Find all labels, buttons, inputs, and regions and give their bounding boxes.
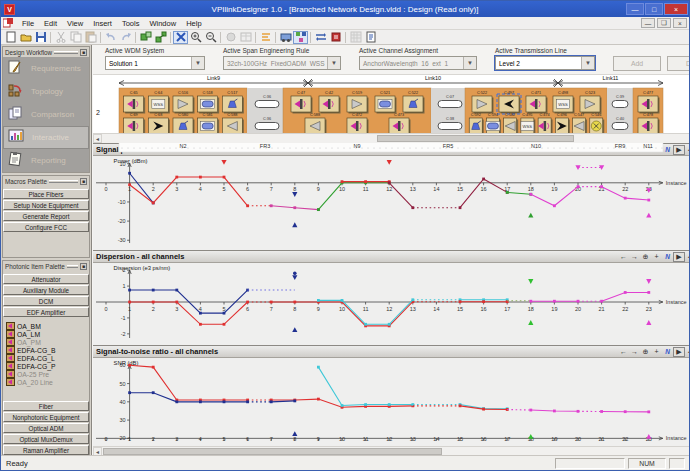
scroll-left-icon[interactable]: ◄ <box>93 134 102 143</box>
palette-button-optical-muxdemux[interactable]: Optical MuxDemux <box>3 434 89 444</box>
design-workflow-header[interactable]: Design Workflow ■ <box>3 47 89 57</box>
menu-edit[interactable]: Edit <box>39 18 62 29</box>
palette-button-setup-node-equipment[interactable]: Setup Node Equipment <box>3 200 89 210</box>
palette-button-raman-amplifier[interactable]: Raman Amplifier <box>3 445 89 455</box>
chevron-down-icon[interactable]: ▼ <box>327 57 340 69</box>
minimize-icon[interactable]: — <box>626 3 644 15</box>
menu-help[interactable]: Help <box>181 18 206 29</box>
sidebar-item-requirements[interactable]: Requirements <box>3 57 89 80</box>
fiber-component[interactable] <box>612 100 628 107</box>
menu-view[interactable]: View <box>62 18 88 29</box>
dropdown-active-channel-assignment[interactable]: AnchorWavelength_16_ext_1 ▼ <box>359 56 477 70</box>
zoom-in-icon[interactable]: + <box>651 347 662 357</box>
play-icon[interactable]: ▶ <box>673 252 685 262</box>
fiber-component[interactable] <box>255 122 279 129</box>
normalize-icon[interactable]: N <box>662 252 673 262</box>
pan-right-icon[interactable]: → <box>629 252 640 262</box>
add-link-icon[interactable] <box>153 31 168 44</box>
chart-header[interactable]: Signal-to-noise ratio - all channels ←→⊕… <box>93 346 689 358</box>
fit-view-icon[interactable] <box>173 31 188 44</box>
speaker-icon[interactable]: ◀ <box>685 347 689 357</box>
chevron-down-icon[interactable]: ▼ <box>191 57 204 69</box>
chart-plot-2[interactable]: InstanceSNR (dB)605040302001234567891011… <box>93 358 687 442</box>
normalize-icon[interactable]: N <box>662 347 673 357</box>
macros-palette-header[interactable]: Macros Palette ■ <box>3 176 89 186</box>
overview-icon[interactable] <box>238 31 253 44</box>
pan-right-icon[interactable]: → <box>629 347 640 357</box>
design-mode-icon[interactable] <box>278 31 293 44</box>
cut-icon[interactable] <box>53 31 68 44</box>
fiber-component[interactable] <box>612 122 628 129</box>
zoom-in-icon[interactable] <box>188 31 203 44</box>
chart-header[interactable]: Dispersion - all channels ←→⊕+N▶◀−× <box>93 251 689 263</box>
swap-icon[interactable] <box>313 31 328 44</box>
grid-icon[interactable] <box>348 31 363 44</box>
close-icon[interactable]: × <box>664 3 688 15</box>
new-icon[interactable] <box>3 31 18 44</box>
palette-item-oa-bm[interactable]: OA_BM <box>6 322 89 330</box>
chart-plot-0[interactable]: InstancePower (dBm)10-10-20-300123456789… <box>93 156 687 246</box>
speaker-icon[interactable]: ◀ <box>685 145 689 155</box>
fiber-component[interactable] <box>255 100 279 107</box>
palette-button-attenuator[interactable]: Attenuator <box>3 274 89 284</box>
scroll-thumb[interactable] <box>103 448 442 455</box>
report-red-icon[interactable] <box>328 31 343 44</box>
charts-horizontal-scrollbar[interactable]: ◄ ► <box>93 446 689 455</box>
del-button[interactable]: Del <box>667 56 689 71</box>
dropdown-active-wdm-system[interactable]: Solution 1 ▼ <box>105 56 205 70</box>
menu-window[interactable]: Window <box>144 18 181 29</box>
palette-button-place-fibers[interactable]: Place Fibers <box>3 189 89 199</box>
zoom-out-icon[interactable] <box>203 31 218 44</box>
zoom-in-icon[interactable]: + <box>651 252 662 262</box>
title-bar[interactable]: V VPIlinkDesigner 1.0 - [Branched Networ… <box>1 1 689 17</box>
chevron-down-icon[interactable]: ▼ <box>463 57 476 69</box>
panel-close-icon[interactable]: ■ <box>80 49 87 56</box>
palette-button-edf-amplifier[interactable]: EDF Amplifier <box>3 307 89 317</box>
palette-button-nonphotonic-equipment[interactable]: Nonphotonic Equipment <box>3 412 89 422</box>
menu-tools[interactable]: Tools <box>117 18 145 29</box>
dropdown-active-transmission-line[interactable]: Level 2 ▼ <box>495 56 595 70</box>
sidebar-item-interactive[interactable]: Interactive <box>3 126 89 149</box>
fiber-component[interactable] <box>438 100 462 107</box>
maximize-icon[interactable]: □ <box>645 3 663 15</box>
add-button[interactable]: Add <box>613 56 661 71</box>
doc-close-icon[interactable]: × <box>673 18 687 28</box>
palette-item-edfa-cg-p[interactable]: EDFA-CG_P <box>6 362 89 370</box>
palette-item-oa-20-line[interactable]: OA_20 Line <box>6 378 89 386</box>
palette-item-oa-lm[interactable]: OA_LM <box>6 330 89 338</box>
save-icon[interactable] <box>33 31 48 44</box>
chart-plot-1[interactable]: InstanceDispersion (e3 ps/nm)21-1-201234… <box>93 263 687 341</box>
palette-button-configure-fcc[interactable]: Configure FCC <box>3 222 89 232</box>
redo-icon[interactable] <box>118 31 133 44</box>
palette-button-fiber[interactable]: Fiber <box>3 401 89 411</box>
palette-button-dcm[interactable]: DCM <box>3 296 89 306</box>
diagram-horizontal-scrollbar[interactable]: ◄ ► <box>93 133 689 143</box>
panel-close-icon[interactable]: ■ <box>80 178 87 185</box>
chevron-down-icon[interactable]: ▼ <box>581 57 594 69</box>
open-icon[interactable] <box>18 31 33 44</box>
align-icon[interactable] <box>258 31 273 44</box>
palette-button-optical-adm[interactable]: Optical ADM <box>3 423 89 433</box>
workflow-mode-icon[interactable] <box>293 31 308 44</box>
scroll-thumb[interactable] <box>377 135 574 142</box>
palette-button-auxiliary-module[interactable]: Auxiliary Module <box>3 285 89 295</box>
sidebar-item-reporting[interactable]: Reporting <box>3 149 89 172</box>
sidebar-item-comparison[interactable]: Comparison <box>3 103 89 126</box>
scroll-left-icon[interactable]: ◄ <box>93 447 102 455</box>
speaker-icon[interactable]: ◀ <box>685 252 689 262</box>
panel-close-icon[interactable]: ■ <box>80 263 87 270</box>
properties-icon[interactable] <box>363 31 378 44</box>
palette-item-oa-25-pre[interactable]: OA-25 Pre <box>6 370 89 378</box>
pan-left-icon[interactable]: ← <box>618 252 629 262</box>
palette-item-oa-pm[interactable]: OA_PM <box>6 338 89 346</box>
palette-button-generate-report[interactable]: Generate Report <box>3 211 89 221</box>
palette-item-edfa-cg-l[interactable]: EDFA-CG_L <box>6 354 89 362</box>
zoom-icon[interactable]: ⊕ <box>640 252 651 262</box>
network-diagram[interactable]: Link9Link10Link11C:65WSSC:64C:516C:518C:… <box>103 75 681 157</box>
sidebar-item-topology[interactable]: Topology <box>3 80 89 103</box>
menu-insert[interactable]: Insert <box>88 18 117 29</box>
photonic-palette-header[interactable]: Photonic Item Palette ■ <box>3 261 89 271</box>
doc-minimize-icon[interactable]: — <box>641 18 655 28</box>
pan-icon[interactable] <box>223 31 238 44</box>
copy-icon[interactable] <box>68 31 83 44</box>
